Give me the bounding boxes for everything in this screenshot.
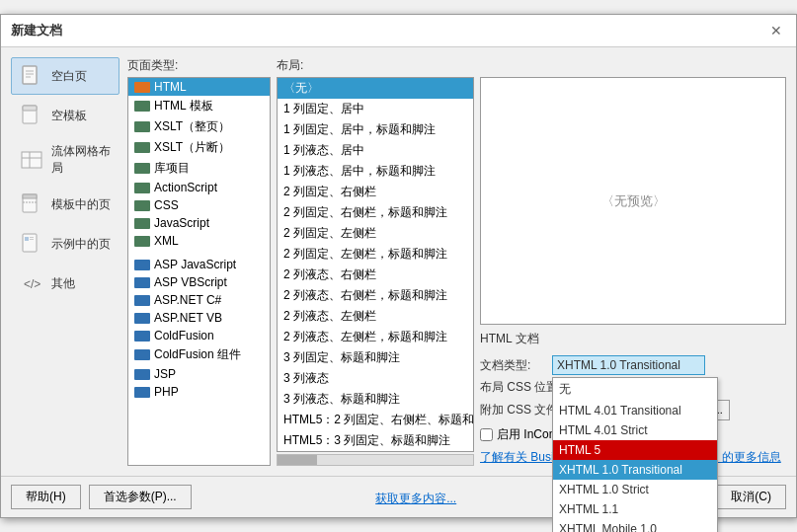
dropdown-item-xhtml10-strict[interactable]: XHTML 1.0 Strict (553, 480, 717, 499)
list-item-library[interactable]: 库项目 (128, 158, 270, 179)
preferences-button[interactable]: 首选参数(P)... (89, 485, 192, 509)
layout-item-2[interactable]: 1 列固定、居中，标题和脚注 (278, 119, 473, 140)
list-item-coldfusion-comp[interactable]: ColdFusion 组件 (128, 344, 270, 365)
svg-rect-12 (23, 234, 37, 252)
list-item-coldfusion[interactable]: ColdFusion (128, 327, 270, 344)
layout-list[interactable]: 〈无〉 1 列固定、居中 1 列固定、居中，标题和脚注 1 列液态、居中 1 列 (277, 77, 474, 452)
library-icon (134, 163, 150, 174)
list-item-label: ASP VBScript (154, 275, 227, 289)
nav-item-template-page[interactable]: 模板中的页 (11, 186, 120, 223)
dialog-body: 空白页 空模板 流体网 (1, 47, 796, 476)
list-item-xslt-full[interactable]: XSLT（整页） (128, 116, 270, 137)
nav-item-blank-template[interactable]: 空模板 (11, 97, 120, 134)
layout-item-6[interactable]: 2 列固定、右侧栏，标题和脚注 (278, 202, 473, 223)
dropdown-item-html401-trans[interactable]: HTML 4.01 Transitional (553, 401, 717, 420)
layout-item-label: 2 列固定、右侧栏，标题和脚注 (283, 204, 447, 221)
layout-css-label: 布局 CSS 位置: (480, 379, 562, 396)
dropdown-item-html401-strict[interactable]: HTML 4.01 Strict (553, 420, 717, 440)
layout-item-16[interactable]: HTML5：2 列固定、右侧栏、标题和脚... (278, 410, 473, 430)
xml-icon (134, 236, 150, 247)
layout-item-label: 1 列固定、居中，标题和脚注 (283, 121, 436, 138)
svg-rect-5 (23, 106, 37, 111)
list-item-label: ASP JavaScript (154, 258, 236, 271)
asp-vbs-icon (134, 277, 150, 288)
dropdown-item-xhtml11[interactable]: XHTML 1.1 (553, 499, 717, 519)
layout-item-15[interactable]: 3 列液态、标题和脚注 (278, 389, 473, 410)
layout-item-14[interactable]: 3 列液态 (278, 368, 473, 389)
layout-item-label: 2 列液态、右侧栏，标题和脚注 (283, 287, 447, 304)
layout-header: 布局: (277, 57, 474, 74)
nav-item-other[interactable]: </> 其他 (11, 265, 120, 302)
asp-net-cs-icon (134, 295, 150, 306)
list-item-actionscript[interactable]: ActionScript (128, 179, 270, 196)
list-item-label: ActionScript (154, 181, 217, 194)
list-item-label: 库项目 (154, 160, 190, 177)
layout-item-4[interactable]: 1 列液态、居中，标题和脚注 (278, 161, 473, 182)
list-item-label: ASP.NET C# (154, 293, 221, 307)
list-item-label: XSLT（整页） (154, 118, 230, 135)
list-item-xml[interactable]: XML (128, 232, 270, 250)
nav-item-sample-page[interactable]: 示例中的页 (11, 225, 120, 263)
dropdown-item-none[interactable]: 无 (553, 378, 717, 401)
xslt-full-icon (134, 121, 150, 132)
html-template-icon (134, 101, 150, 112)
list-item-php[interactable]: PHP (128, 383, 270, 401)
list-item-jsp[interactable]: JSP (128, 365, 270, 383)
incontext-checkbox[interactable] (480, 428, 493, 441)
layout-item-label: 2 列固定、左侧栏 (283, 225, 376, 242)
page-type-list[interactable]: HTML HTML 模板 XSLT（整页） XSLT（片断） (127, 77, 271, 466)
fluid-grid-icon (18, 148, 45, 172)
layout-item-10[interactable]: 2 列液态、右侧栏，标题和脚注 (278, 285, 473, 306)
dropdown-item-xhtml10-trans[interactable]: XHTML 1.0 Transitional (553, 460, 717, 480)
dropdown-item-xhtml-mobile[interactable]: XHTML Mobile 1.0 (553, 519, 717, 532)
dropdown-item-html5[interactable]: HTML 5 (553, 440, 717, 460)
list-item-html[interactable]: HTML (128, 78, 270, 96)
layout-item-label: HTML5：2 列固定、右侧栏、标题和脚... (283, 412, 474, 428)
list-item-xslt-fragment[interactable]: XSLT（片断） (128, 137, 270, 158)
nav-item-blank-page[interactable]: 空白页 (11, 57, 120, 95)
layout-item-label: HTML5：3 列固定、标题和脚注 (283, 432, 450, 449)
layout-item-label: 1 列液态、居中，标题和脚注 (283, 163, 436, 180)
layout-item-label: 2 列液态、左侧栏 (283, 308, 376, 325)
list-item-label: HTML (154, 80, 187, 94)
layout-item-12[interactable]: 2 列液态、左侧栏，标题和脚注 (278, 327, 473, 347)
other-icon: </> (18, 271, 45, 295)
layout-item-label: 3 列液态、标题和脚注 (283, 391, 400, 408)
new-document-dialog: 新建文档 ✕ 空白页 (0, 14, 797, 518)
layout-item-9[interactable]: 2 列液态、右侧栏 (278, 265, 473, 285)
nav-item-fluid-grid[interactable]: 流体网格布局 (11, 136, 120, 184)
title-bar: 新建文档 ✕ (1, 15, 796, 47)
nav-label-blank-template: 空模板 (51, 108, 87, 124)
layout-item-13[interactable]: 3 列固定、标题和脚注 (278, 347, 473, 368)
layout-item-5[interactable]: 2 列固定、右侧栏 (278, 182, 473, 202)
cancel-button[interactable]: 取消(C) (716, 485, 786, 509)
layout-item-17[interactable]: HTML5：3 列固定、标题和脚注 (278, 430, 473, 451)
get-more-link[interactable]: 获取更多内容... (375, 491, 456, 507)
main-area: 页面类型: HTML HTML 模板 XSLT（整页） (127, 57, 786, 466)
html-icon (134, 82, 150, 93)
layout-item-7[interactable]: 2 列固定、左侧栏 (278, 223, 473, 244)
nav-label-sample-page: 示例中的页 (51, 236, 111, 253)
doc-description: HTML 文档 (480, 332, 539, 345)
doctype-select[interactable]: XHTML 1.0 Transitional (552, 355, 705, 375)
list-item-label: ASP.NET VB (154, 311, 222, 325)
list-item-asp-net-vb[interactable]: ASP.NET VB (128, 309, 270, 327)
left-nav: 空白页 空模板 流体网 (11, 57, 120, 466)
list-item-asp-vbs[interactable]: ASP VBScript (128, 273, 270, 291)
nav-label-other: 其他 (51, 275, 75, 292)
layout-item-8[interactable]: 2 列固定、左侧栏，标题和脚注 (278, 244, 473, 265)
list-item-html-template[interactable]: HTML 模板 (128, 96, 270, 116)
list-item-css[interactable]: CSS (128, 196, 270, 214)
layout-item-none[interactable]: 〈无〉 (278, 78, 473, 99)
list-item-label: HTML 模板 (154, 98, 213, 114)
layout-item-3[interactable]: 1 列液态、居中 (278, 140, 473, 161)
layout-scrollbar[interactable] (277, 454, 474, 466)
list-item-asp-js[interactable]: ASP JavaScript (128, 256, 270, 273)
list-item-javascript[interactable]: JavaScript (128, 214, 270, 232)
list-item-asp-net-cs[interactable]: ASP.NET C# (128, 291, 270, 309)
layout-item-11[interactable]: 2 列液态、左侧栏 (278, 306, 473, 327)
nav-label-fluid-grid: 流体网格布局 (51, 143, 113, 177)
close-button[interactable]: ✕ (766, 21, 786, 40)
layout-item-1[interactable]: 1 列固定、居中 (278, 99, 473, 119)
help-button[interactable]: 帮助(H) (11, 485, 81, 509)
